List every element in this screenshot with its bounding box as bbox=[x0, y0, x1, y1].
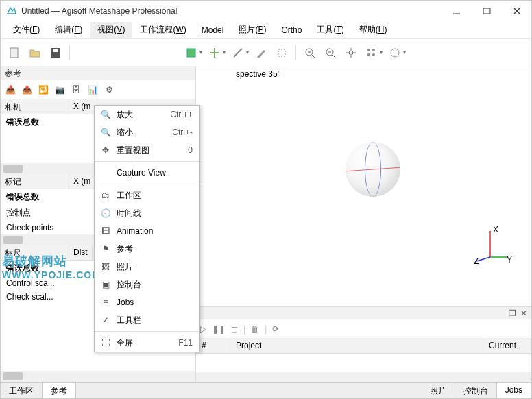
pause-icon[interactable]: ❚❚ bbox=[212, 324, 226, 334]
refresh-icon[interactable]: ⟳ bbox=[272, 324, 279, 334]
svg-rect-7 bbox=[187, 49, 195, 57]
svg-point-21 bbox=[372, 53, 375, 56]
svg-rect-9 bbox=[278, 49, 285, 56]
svg-line-15 bbox=[332, 55, 335, 58]
column-x[interactable]: X (m bbox=[69, 99, 95, 114]
menu-file[interactable]: 文件(F) bbox=[6, 22, 47, 38]
jobs-col-num[interactable]: # bbox=[196, 339, 230, 353]
convert-icon[interactable]: 🔁 bbox=[36, 83, 50, 97]
menu-photo[interactable]: 照片(P) bbox=[232, 22, 273, 38]
menu-item-reference[interactable]: ⚑参考 bbox=[95, 240, 200, 258]
draw-icon[interactable] bbox=[252, 43, 271, 62]
menu-item-timeline[interactable]: 🕘时间线 bbox=[95, 204, 200, 222]
new-icon[interactable] bbox=[5, 43, 24, 62]
delete-icon[interactable]: 🗑 bbox=[251, 324, 259, 334]
maximize-button[interactable] bbox=[478, 5, 496, 16]
tab-workspace[interactable]: 工作区 bbox=[1, 383, 43, 398]
column-dist[interactable]: Dist bbox=[69, 245, 93, 260]
menu-item-photos[interactable]: 🖼照片 bbox=[95, 258, 200, 276]
menu-item-reset-view[interactable]: ✥重置视图0 bbox=[95, 141, 200, 159]
crop-icon[interactable] bbox=[272, 43, 291, 62]
svg-line-11 bbox=[312, 55, 315, 58]
settings-icon[interactable]: ⚙ bbox=[102, 83, 116, 97]
play-icon[interactable]: ▷ bbox=[200, 324, 206, 334]
detach-icon[interactable]: ❐ bbox=[509, 309, 516, 318]
dropdown-caret-icon[interactable]: ▾ bbox=[403, 49, 406, 56]
scrollbar-horizontal[interactable] bbox=[196, 372, 531, 382]
svg-point-18 bbox=[367, 49, 370, 51]
save-icon[interactable] bbox=[46, 43, 65, 62]
jobs-icon: ≡ bbox=[99, 298, 112, 307]
zoom-in-icon[interactable] bbox=[300, 43, 319, 62]
tab-console[interactable]: 控制台 bbox=[455, 383, 497, 398]
fit-view-icon[interactable] bbox=[341, 43, 361, 62]
menu-bar: 文件(F) 编辑(E) 视图(V) 工作流程(W) Model 照片(P) Or… bbox=[1, 21, 531, 39]
close-button[interactable] bbox=[508, 5, 526, 16]
camera-icon[interactable]: 📷 bbox=[53, 83, 66, 97]
minimize-button[interactable] bbox=[448, 5, 466, 16]
menu-ortho[interactable]: Ortho bbox=[274, 23, 309, 37]
svg-point-20 bbox=[367, 53, 370, 56]
tab-reference[interactable]: 参考 bbox=[43, 383, 76, 398]
menu-item-fullscreen[interactable]: ⛶全屏F11 bbox=[95, 334, 200, 352]
zoom-out-icon: 🔍 bbox=[99, 128, 112, 137]
jobs-columns: # Project Current bbox=[196, 339, 531, 354]
tab-photos[interactable]: 照片 bbox=[422, 383, 455, 398]
menu-separator bbox=[95, 184, 200, 184]
menu-item-toolbar[interactable]: ✓工具栏 bbox=[95, 311, 200, 329]
open-icon[interactable] bbox=[25, 43, 45, 62]
scrollbar-horizontal[interactable] bbox=[1, 371, 195, 382]
3d-viewport[interactable]: spective 35° X Y Z bbox=[196, 66, 531, 306]
rect-select-icon[interactable] bbox=[182, 43, 201, 62]
stats-icon[interactable]: 📊 bbox=[86, 83, 99, 97]
animation-icon: 🎞 bbox=[99, 226, 112, 236]
menu-workflow[interactable]: 工作流程(W) bbox=[133, 22, 193, 38]
main-toolbar: ▾ ▾ ▾ ▾ ▾ bbox=[1, 39, 531, 66]
column-ruler[interactable]: 标尺 bbox=[1, 245, 69, 260]
svg-line-8 bbox=[234, 49, 242, 57]
svg-point-17 bbox=[349, 51, 353, 55]
menu-model[interactable]: Model bbox=[195, 23, 231, 37]
axis-z-label: Z bbox=[474, 256, 479, 266]
jobs-col-project[interactable]: Project bbox=[230, 339, 483, 353]
menu-item-capture-view[interactable]: Capture View bbox=[95, 164, 200, 182]
column-x[interactable]: X (m bbox=[69, 174, 95, 189]
stop-icon[interactable]: ◻ bbox=[231, 324, 238, 334]
menu-edit[interactable]: 编辑(E) bbox=[48, 22, 89, 38]
move-icon[interactable] bbox=[205, 43, 224, 62]
view-mode-icon[interactable] bbox=[385, 43, 404, 62]
reference-panel-toolbar: 📥 📤 🔁 📷 🗄 📊 ⚙ bbox=[1, 80, 195, 99]
column-marker[interactable]: 标记 bbox=[1, 174, 69, 189]
menu-item-workspace[interactable]: 🗂工作区 bbox=[95, 186, 200, 204]
axis-x-label: X bbox=[493, 225, 498, 234]
trackball-sphere bbox=[346, 142, 400, 197]
export-icon[interactable]: 📤 bbox=[20, 83, 34, 97]
menu-help[interactable]: 帮助(H) bbox=[352, 22, 394, 38]
close-panel-icon[interactable]: ✕ bbox=[520, 309, 527, 318]
ruler-icon[interactable] bbox=[228, 43, 247, 62]
menu-view[interactable]: 视图(V) bbox=[90, 22, 132, 38]
title-bar: Untitled — Agisoft Metashape Professiona… bbox=[1, 1, 531, 21]
import-icon[interactable]: 📥 bbox=[3, 83, 17, 97]
dropdown-caret-icon[interactable]: ▾ bbox=[380, 49, 383, 56]
menu-tools[interactable]: 工具(T) bbox=[310, 22, 350, 38]
grid-icon[interactable] bbox=[362, 43, 381, 62]
dropdown-caret-icon[interactable]: ▾ bbox=[223, 49, 226, 56]
view-menu-dropdown: 🔍放大Ctrl++ 🔍缩小Ctrl+- ✥重置视图0 Capture View … bbox=[94, 105, 200, 352]
dropdown-caret-icon[interactable]: ▾ bbox=[246, 49, 249, 56]
reference-icon: ⚑ bbox=[99, 244, 112, 254]
menu-item-zoom-in[interactable]: 🔍放大Ctrl++ bbox=[95, 106, 200, 123]
photos-icon: 🖼 bbox=[99, 262, 112, 271]
calc-icon[interactable]: 🗄 bbox=[69, 83, 83, 97]
tab-jobs[interactable]: Jobs bbox=[497, 383, 531, 398]
column-camera[interactable]: 相机 bbox=[1, 99, 69, 114]
app-icon bbox=[6, 5, 17, 16]
workspace-icon: 🗂 bbox=[99, 191, 112, 200]
zoom-out-icon[interactable] bbox=[321, 43, 340, 62]
menu-item-zoom-out[interactable]: 🔍缩小Ctrl+- bbox=[95, 123, 200, 141]
menu-item-console[interactable]: ▣控制台 bbox=[95, 276, 200, 293]
menu-item-jobs[interactable]: ≡Jobs bbox=[95, 293, 200, 311]
menu-item-animation[interactable]: 🎞Animation bbox=[95, 222, 200, 240]
dropdown-caret-icon[interactable]: ▾ bbox=[200, 49, 202, 56]
jobs-col-current[interactable]: Current bbox=[483, 339, 531, 353]
